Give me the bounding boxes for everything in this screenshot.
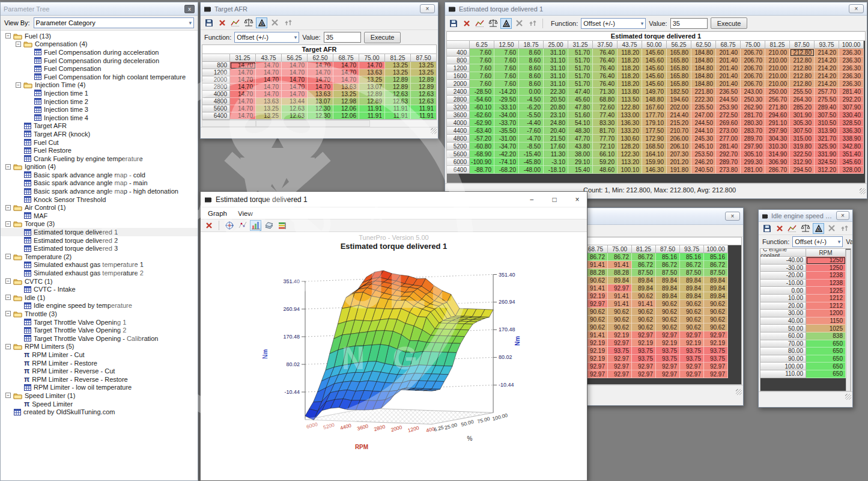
cell[interactable]: 12.63 (385, 98, 411, 105)
row-header[interactable]: 4000 (447, 119, 470, 127)
cell[interactable]: 118.20 (618, 49, 642, 57)
cell[interactable]: 210.00 (765, 80, 790, 88)
cell[interactable]: 77.70 (593, 135, 618, 142)
cell[interactable]: 1250 (806, 265, 846, 272)
cell[interactable]: 314.90 (765, 150, 790, 158)
column-header[interactable]: 81.25 (385, 54, 411, 62)
cell[interactable]: 118.20 (618, 64, 642, 72)
cell[interactable]: 12.30 (308, 112, 333, 120)
cell[interactable]: 17.60 (544, 142, 568, 150)
axis-setup-icon[interactable]: A (256, 17, 267, 28)
tree-item[interactable]: MAF (1, 212, 198, 220)
afr-horizontal-scrollbar[interactable] (202, 120, 437, 127)
cell[interactable]: 54.10 (568, 119, 593, 127)
cell[interactable]: 165.80 (667, 49, 691, 57)
cell[interactable]: 8.60 (519, 80, 544, 88)
row-header[interactable]: 0.00 (760, 287, 806, 295)
cell[interactable]: 128.20 (618, 142, 642, 150)
cell[interactable]: 93.75 (704, 347, 728, 355)
cell[interactable]: 43.80 (568, 142, 593, 150)
cell[interactable]: 222.30 (691, 96, 716, 103)
cell[interactable]: 11.91 (411, 105, 437, 112)
cell[interactable]: 93.75 (632, 347, 656, 355)
cell[interactable]: -62.90 (470, 119, 494, 127)
cell[interactable]: 305.30 (790, 119, 815, 127)
tree-item[interactable]: −Compensation (4) (1, 40, 198, 49)
cell[interactable]: 12.63 (385, 91, 411, 98)
tree-item[interactable]: −Idle (1) (1, 293, 198, 302)
cell[interactable]: 20.40 (544, 127, 568, 135)
cell[interactable]: 14.70 (230, 76, 256, 84)
cell[interactable]: 214.20 (815, 49, 839, 57)
cell[interactable]: 236.30 (839, 49, 864, 57)
cell[interactable]: 319.80 (790, 142, 815, 150)
cell[interactable]: 31.10 (544, 49, 568, 57)
expander-icon[interactable]: − (5, 278, 11, 284)
cell[interactable]: 51.70 (568, 72, 593, 80)
cell[interactable]: 85.16 (656, 253, 680, 261)
cell[interactable]: 214.40 (667, 111, 691, 119)
cell[interactable]: 236.30 (839, 64, 864, 72)
cell[interactable]: 14.70 (308, 62, 333, 69)
cell[interactable]: 92.97 (704, 370, 728, 378)
cell[interactable]: 305.10 (741, 150, 765, 158)
tree-item[interactable]: Injection time 1 (1, 89, 198, 97)
tree-item[interactable]: −Fuel (13) (1, 32, 198, 40)
cell[interactable]: 253.50 (691, 150, 716, 158)
execute-button[interactable]: Execute (711, 17, 748, 29)
function-select[interactable]: Offset (+/-)▾ (234, 32, 299, 43)
tree-item[interactable]: Simulated exhaust gas temperature 2 (1, 269, 198, 277)
column-header[interactable]: 68.75 (716, 41, 741, 49)
cell[interactable]: 202.00 (667, 103, 691, 111)
tree-item[interactable]: −Torque (3) (1, 220, 198, 228)
cell[interactable]: 38.00 (568, 150, 593, 158)
cell[interactable]: 297.90 (765, 127, 790, 135)
cell[interactable]: 93.75 (656, 355, 680, 363)
cell[interactable]: 14.70 (282, 76, 308, 84)
cell[interactable]: 322.50 (790, 150, 815, 158)
cell[interactable]: 201.40 (716, 64, 741, 72)
value-input[interactable]: 35 (670, 18, 708, 29)
cell[interactable]: 201.40 (716, 80, 741, 88)
cell[interactable]: 87.50 (632, 269, 656, 277)
cell[interactable]: 20.50 (544, 96, 568, 103)
cell[interactable]: 172.90 (642, 135, 667, 142)
cell[interactable]: 12.63 (282, 105, 308, 112)
cell[interactable]: 165.80 (667, 80, 691, 88)
cell[interactable]: 328.50 (839, 119, 864, 127)
cell[interactable]: -15.40 (519, 150, 544, 158)
close-icon[interactable]: x (184, 5, 195, 13)
tree-item[interactable]: πRPM Limiter - Reverse - Restore (1, 375, 198, 384)
cell[interactable]: 92.97 (680, 370, 704, 378)
cell[interactable]: 256.70 (765, 96, 790, 103)
cell[interactable]: 165.80 (667, 72, 691, 80)
cell[interactable]: 281.40 (716, 142, 741, 150)
cell[interactable]: 206.70 (741, 49, 765, 57)
row-header[interactable]: 2000 (447, 80, 470, 88)
cell[interactable]: 313.90 (815, 127, 839, 135)
cell[interactable]: 92.97 (704, 363, 728, 370)
close-icon[interactable]: × (849, 4, 864, 13)
row-header[interactable]: 30.00 (760, 310, 806, 317)
column-header[interactable]: RPM (806, 249, 846, 257)
cell[interactable]: 167.60 (642, 103, 667, 111)
cell[interactable]: 7.60 (470, 49, 494, 57)
cell[interactable]: 838 (806, 332, 846, 340)
cell[interactable]: 275.50 (815, 96, 839, 103)
row-header[interactable]: 1600 (447, 72, 470, 80)
cell[interactable]: 244.10 (691, 127, 716, 135)
cell[interactable]: 90.62 (680, 308, 704, 316)
cell[interactable]: 13.07 (308, 98, 333, 105)
tree-item[interactable]: Injection time 3 (1, 105, 198, 114)
cell[interactable]: 89.84 (680, 292, 704, 300)
cell[interactable]: 255.50 (790, 88, 815, 96)
cell[interactable]: 118.20 (618, 57, 642, 64)
cell[interactable]: 93.75 (704, 355, 728, 363)
cell[interactable]: 13.63 (333, 84, 359, 91)
cell[interactable]: 90.62 (704, 316, 728, 323)
cell[interactable]: 22.30 (544, 88, 568, 96)
cell[interactable]: -6.20 (519, 103, 544, 111)
cell[interactable]: 8.60 (519, 64, 544, 72)
column-header[interactable]: 25.00 (544, 41, 568, 49)
cell[interactable]: 76.40 (593, 57, 618, 64)
